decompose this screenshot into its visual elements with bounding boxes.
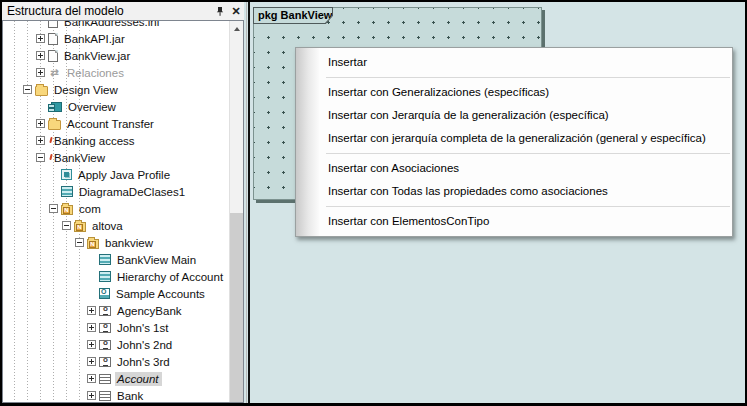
tree-item-com[interactable]: Ncom <box>3 200 229 217</box>
tree-item-label[interactable]: bankview <box>103 236 156 250</box>
tree-item-bankapi-jar[interactable]: BankAPI.jar <box>3 30 229 47</box>
tree-item-bankview[interactable]: BankView <box>3 149 229 166</box>
expander-spacer <box>87 272 99 281</box>
tree-item-label[interactable]: Overview <box>66 100 119 114</box>
tree-item-label[interactable]: AgencyBank <box>115 304 185 318</box>
folder-icon <box>35 86 48 96</box>
tree-item-label[interactable]: John's 2nd <box>115 338 175 352</box>
tree-item-label[interactable]: Account Transfer <box>65 117 157 131</box>
expand-icon[interactable] <box>87 306 96 315</box>
tree-scrollbar[interactable] <box>229 21 243 402</box>
tree-item-label[interactable]: DiagramaDeClases1 <box>77 185 188 199</box>
menu-item-insertar-con-jerarqu-a-completa-de-la-ge[interactable]: Insertar con jerarquía completa de la ge… <box>296 127 732 150</box>
expander-spacer <box>49 170 61 179</box>
tree-item-label[interactable]: John's 1st <box>115 321 171 335</box>
expand-icon[interactable] <box>36 51 45 60</box>
scrollbar-thumb[interactable] <box>230 213 243 402</box>
tree-item-label[interactable]: Account <box>115 372 162 386</box>
tree-item-relaciones[interactable]: ⇄Relaciones <box>3 64 229 81</box>
tree-item-label[interactable]: Bank <box>115 389 146 403</box>
instance-icon <box>99 357 111 367</box>
collapse-icon[interactable] <box>62 221 71 230</box>
tree-item-overview[interactable]: Overview <box>3 98 229 115</box>
diagram-icon <box>61 186 73 197</box>
tree-item-bankview-jar[interactable]: BankView.jar <box>3 47 229 64</box>
instance-icon <box>99 323 111 333</box>
pin-icon <box>215 6 225 17</box>
tree-item-label[interactable]: Sample Accounts <box>114 287 208 301</box>
panel-splitter[interactable] <box>246 2 247 403</box>
tree-item-label[interactable]: Design View <box>52 83 121 97</box>
menu-item-insertar-con-jerarqu-a-de-la-generalizac[interactable]: Insertar con Jerarquía de la generalizac… <box>296 104 732 127</box>
instance-icon <box>99 306 111 316</box>
tree-item-bankview[interactable]: Nbankview <box>3 234 229 251</box>
file-icon <box>48 33 58 45</box>
tree-item-bankview-main[interactable]: BankView Main <box>3 251 229 268</box>
tree-item-label[interactable]: John's 3rd <box>115 355 173 369</box>
profile-icon <box>61 169 72 180</box>
package-frame-label: pkg BankView <box>254 8 332 23</box>
tree-item-label[interactable]: com <box>77 202 104 216</box>
tree-item-label[interactable]: BankAPI.jar <box>62 32 128 46</box>
tree-item-label[interactable]: BankView <box>52 151 108 165</box>
menu-separator <box>326 153 730 154</box>
menu-item-insertar-con-asociaciones[interactable]: Insertar con Asociaciones <box>296 157 732 180</box>
tree-item-label[interactable]: BankView Main <box>115 253 199 267</box>
expand-icon[interactable] <box>87 374 96 383</box>
expand-icon[interactable] <box>87 391 96 400</box>
expand-icon[interactable] <box>87 357 96 366</box>
tree-item-bank[interactable]: Bank <box>3 387 229 402</box>
panel-divider <box>248 0 250 406</box>
tree-item-sample-accounts[interactable]: Sample Accounts <box>3 285 229 302</box>
tree-item-label[interactable]: Apply Java Profile <box>76 168 173 182</box>
collapse-icon[interactable] <box>49 204 58 213</box>
tree-item-account[interactable]: Account <box>3 370 229 387</box>
collapse-icon[interactable] <box>23 85 32 94</box>
expander-spacer <box>49 187 61 196</box>
menu-item-insertar[interactable]: Insertar <box>296 51 732 74</box>
tree-item-john-s-3rd[interactable]: John's 3rd <box>3 353 229 370</box>
tree-item-altova[interactable]: Naltova <box>3 217 229 234</box>
window-border-left <box>0 0 2 406</box>
context-menu: InsertarInsertar con Generalizaciones (e… <box>295 47 733 237</box>
component-icon <box>51 102 62 112</box>
expand-icon[interactable] <box>36 34 45 43</box>
tree-item-agencybank[interactable]: AgencyBank <box>3 302 229 319</box>
expand-icon[interactable] <box>87 340 96 349</box>
tree-item-john-s-1st[interactable]: John's 1st <box>3 319 229 336</box>
scroll-up-icon[interactable] <box>234 27 240 31</box>
model-tree-panel: BankAddresses.iniBankAPI.jarBankView.jar… <box>2 20 244 403</box>
tree-item-account-transfer[interactable]: Account Transfer <box>3 115 229 132</box>
panel-title: Estructura del modelo <box>2 4 212 18</box>
tree-item-banking-access[interactable]: Banking access <box>3 132 229 149</box>
tree-item-label[interactable]: Relaciones <box>65 66 127 80</box>
close-button[interactable]: ✕ <box>228 4 244 18</box>
pin-button[interactable] <box>212 4 228 18</box>
tree-item-john-s-2nd[interactable]: John's 2nd <box>3 336 229 353</box>
expand-icon[interactable] <box>36 119 45 128</box>
collapse-icon[interactable] <box>75 238 84 247</box>
expand-icon[interactable] <box>36 68 45 77</box>
tree-item-design-view[interactable]: Design View <box>3 81 229 98</box>
menu-separator <box>326 206 730 207</box>
window-border-top <box>0 0 747 2</box>
collapse-icon[interactable] <box>36 153 45 162</box>
tree-item-label[interactable]: altova <box>90 219 126 233</box>
expand-icon[interactable] <box>36 136 45 145</box>
tree-item-label[interactable]: BankView.jar <box>62 49 133 63</box>
tree-item-bankaddresses-ini[interactable]: BankAddresses.ini <box>3 21 229 30</box>
menu-item-insertar-con-todas-las-propiedades-como-[interactable]: Insertar con Todas las propiedades como … <box>296 180 732 203</box>
menu-item-insertar-con-generalizaciones-espec-fica[interactable]: Insertar con Generalizaciones (específic… <box>296 81 732 104</box>
tree-item-diagramadeclases1[interactable]: DiagramaDeClases1 <box>3 183 229 200</box>
folder-icon <box>48 120 61 130</box>
tree-item-label[interactable]: Banking access <box>52 134 138 148</box>
tree-item-hierarchy-of-account[interactable]: Hierarchy of Account <box>3 268 229 285</box>
relations-icon: ⇄ <box>48 67 61 78</box>
model-tree: BankAddresses.iniBankAPI.jarBankView.jar… <box>3 21 229 402</box>
tree-item-label[interactable]: Hierarchy of Account <box>115 270 226 284</box>
menu-item-insertar-con-elementoscontipo[interactable]: Insertar con ElementosConTipo <box>296 210 732 233</box>
tree-item-label[interactable]: BankAddresses.ini <box>62 21 162 29</box>
expand-icon[interactable] <box>87 323 96 332</box>
package-frame-tab[interactable]: pkg BankView <box>253 7 333 24</box>
tree-item-apply-java-profile[interactable]: Apply Java Profile <box>3 166 229 183</box>
